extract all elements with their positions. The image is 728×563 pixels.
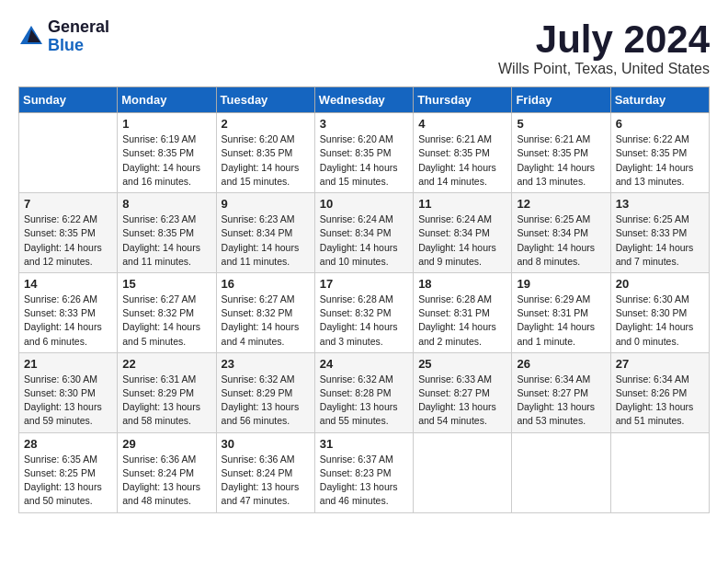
day-number: 15 [122,277,210,291]
day-info: Sunrise: 6:37 AM Sunset: 8:23 PM Dayligh… [320,453,408,509]
day-number: 31 [320,437,408,451]
day-info: Sunrise: 6:36 AM Sunset: 8:24 PM Dayligh… [222,453,310,509]
week-row-2: 7Sunrise: 6:22 AM Sunset: 8:35 PM Daylig… [19,193,710,273]
logo-general: General [48,18,109,37]
calendar-cell: 1Sunrise: 6:19 AM Sunset: 8:35 PM Daylig… [118,113,216,193]
page-header: General Blue July 2024 Wills Point, Texa… [18,18,710,77]
calendar-cell: 19Sunrise: 6:29 AM Sunset: 8:31 PM Dayli… [512,272,610,352]
day-number: 26 [517,357,605,371]
day-number: 17 [320,277,408,291]
calendar-cell [512,432,610,512]
calendar-cell: 26Sunrise: 6:34 AM Sunset: 8:27 PM Dayli… [512,352,610,432]
calendar-cell [414,432,512,512]
day-info: Sunrise: 6:21 AM Sunset: 8:35 PM Dayligh… [517,132,605,189]
day-number: 1 [122,117,210,131]
day-header-friday: Friday [512,87,610,113]
day-number: 9 [222,197,310,211]
week-row-5: 28Sunrise: 6:35 AM Sunset: 8:25 PM Dayli… [19,432,710,512]
day-info: Sunrise: 6:22 AM Sunset: 8:35 PM Dayligh… [24,213,112,269]
calendar-cell: 15Sunrise: 6:27 AM Sunset: 8:32 PM Dayli… [118,272,216,352]
calendar-cell: 18Sunrise: 6:28 AM Sunset: 8:31 PM Dayli… [414,272,512,352]
day-header-thursday: Thursday [414,87,512,113]
calendar-cell: 27Sunrise: 6:34 AM Sunset: 8:26 PM Dayli… [610,352,709,432]
day-number: 13 [616,197,704,211]
day-number: 24 [320,357,408,371]
day-info: Sunrise: 6:23 AM Sunset: 8:34 PM Dayligh… [222,213,310,269]
day-info: Sunrise: 6:23 AM Sunset: 8:35 PM Dayligh… [122,213,210,269]
day-header-saturday: Saturday [610,87,709,113]
day-number: 25 [418,357,506,371]
day-info: Sunrise: 6:27 AM Sunset: 8:32 PM Dayligh… [222,293,310,349]
calendar-header-row: SundayMondayTuesdayWednesdayThursdayFrid… [19,87,710,113]
day-info: Sunrise: 6:26 AM Sunset: 8:33 PM Dayligh… [24,293,112,349]
day-header-tuesday: Tuesday [216,87,314,113]
day-number: 16 [222,277,310,291]
calendar-cell: 25Sunrise: 6:33 AM Sunset: 8:27 PM Dayli… [414,352,512,432]
calendar-cell: 29Sunrise: 6:36 AM Sunset: 8:24 PM Dayli… [118,432,216,512]
calendar-cell: 13Sunrise: 6:25 AM Sunset: 8:33 PM Dayli… [610,193,709,273]
day-info: Sunrise: 6:28 AM Sunset: 8:31 PM Dayligh… [418,293,506,349]
month-title: July 2024 [498,18,710,61]
day-number: 5 [517,117,605,131]
logo-blue: Blue [48,37,109,55]
day-info: Sunrise: 6:20 AM Sunset: 8:35 PM Dayligh… [320,132,408,189]
calendar-cell: 20Sunrise: 6:30 AM Sunset: 8:30 PM Dayli… [610,272,709,352]
day-info: Sunrise: 6:24 AM Sunset: 8:34 PM Dayligh… [320,213,408,269]
day-number: 28 [24,437,112,451]
day-number: 20 [616,277,704,291]
day-info: Sunrise: 6:31 AM Sunset: 8:29 PM Dayligh… [122,373,210,429]
calendar-cell: 8Sunrise: 6:23 AM Sunset: 8:35 PM Daylig… [118,193,216,273]
day-info: Sunrise: 6:20 AM Sunset: 8:35 PM Dayligh… [222,132,310,189]
calendar-cell: 16Sunrise: 6:27 AM Sunset: 8:32 PM Dayli… [216,272,314,352]
day-info: Sunrise: 6:30 AM Sunset: 8:30 PM Dayligh… [24,373,112,429]
calendar-cell: 17Sunrise: 6:28 AM Sunset: 8:32 PM Dayli… [314,272,413,352]
calendar-cell: 12Sunrise: 6:25 AM Sunset: 8:34 PM Dayli… [512,193,610,273]
day-info: Sunrise: 6:34 AM Sunset: 8:27 PM Dayligh… [517,373,605,429]
calendar-body: 1Sunrise: 6:19 AM Sunset: 8:35 PM Daylig… [19,113,710,512]
day-info: Sunrise: 6:19 AM Sunset: 8:35 PM Dayligh… [122,132,210,189]
calendar-cell: 9Sunrise: 6:23 AM Sunset: 8:34 PM Daylig… [216,193,314,273]
logo: General Blue [18,18,109,55]
day-number: 11 [418,197,506,211]
day-info: Sunrise: 6:28 AM Sunset: 8:32 PM Dayligh… [320,293,408,349]
day-info: Sunrise: 6:32 AM Sunset: 8:29 PM Dayligh… [222,373,310,429]
day-number: 3 [320,117,408,131]
day-header-monday: Monday [118,87,216,113]
day-info: Sunrise: 6:22 AM Sunset: 8:35 PM Dayligh… [616,132,704,189]
day-number: 30 [222,437,310,451]
day-info: Sunrise: 6:25 AM Sunset: 8:34 PM Dayligh… [517,213,605,269]
calendar-cell: 10Sunrise: 6:24 AM Sunset: 8:34 PM Dayli… [314,193,413,273]
calendar-cell: 2Sunrise: 6:20 AM Sunset: 8:35 PM Daylig… [216,113,314,193]
day-number: 27 [616,357,704,371]
day-info: Sunrise: 6:32 AM Sunset: 8:28 PM Dayligh… [320,373,408,429]
day-header-sunday: Sunday [19,87,118,113]
calendar-cell [19,113,118,193]
day-number: 12 [517,197,605,211]
calendar-cell: 14Sunrise: 6:26 AM Sunset: 8:33 PM Dayli… [19,272,118,352]
day-info: Sunrise: 6:27 AM Sunset: 8:32 PM Dayligh… [122,293,210,349]
calendar-cell: 30Sunrise: 6:36 AM Sunset: 8:24 PM Dayli… [216,432,314,512]
calendar-table: SundayMondayTuesdayWednesdayThursdayFrid… [18,86,710,512]
day-info: Sunrise: 6:29 AM Sunset: 8:31 PM Dayligh… [517,293,605,349]
week-row-4: 21Sunrise: 6:30 AM Sunset: 8:30 PM Dayli… [19,352,710,432]
day-number: 6 [616,117,704,131]
calendar-cell: 23Sunrise: 6:32 AM Sunset: 8:29 PM Dayli… [216,352,314,432]
day-info: Sunrise: 6:36 AM Sunset: 8:24 PM Dayligh… [122,453,210,509]
day-info: Sunrise: 6:35 AM Sunset: 8:25 PM Dayligh… [24,453,112,509]
day-number: 19 [517,277,605,291]
calendar-cell [610,432,709,512]
title-area: July 2024 Wills Point, Texas, United Sta… [498,18,710,77]
day-info: Sunrise: 6:33 AM Sunset: 8:27 PM Dayligh… [418,373,506,429]
day-header-wednesday: Wednesday [314,87,413,113]
day-number: 10 [320,197,408,211]
day-info: Sunrise: 6:24 AM Sunset: 8:34 PM Dayligh… [418,213,506,269]
location: Wills Point, Texas, United States [498,61,710,77]
day-number: 18 [418,277,506,291]
calendar-cell: 7Sunrise: 6:22 AM Sunset: 8:35 PM Daylig… [19,193,118,273]
calendar-cell: 22Sunrise: 6:31 AM Sunset: 8:29 PM Dayli… [118,352,216,432]
day-number: 14 [24,277,112,291]
calendar-cell: 28Sunrise: 6:35 AM Sunset: 8:25 PM Dayli… [19,432,118,512]
calendar-cell: 24Sunrise: 6:32 AM Sunset: 8:28 PM Dayli… [314,352,413,432]
day-info: Sunrise: 6:21 AM Sunset: 8:35 PM Dayligh… [418,132,506,189]
calendar-cell: 11Sunrise: 6:24 AM Sunset: 8:34 PM Dayli… [414,193,512,273]
